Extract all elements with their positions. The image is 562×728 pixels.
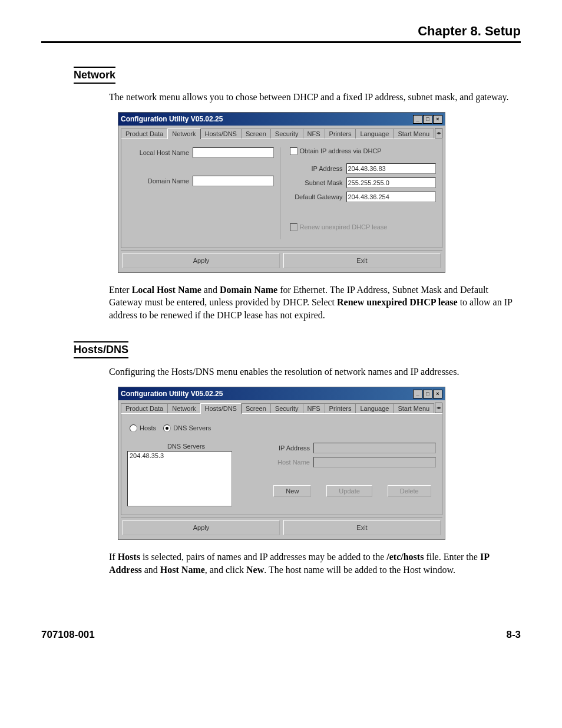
apply-button[interactable]: Apply — [123, 253, 280, 268]
hosts-after-text: If Hosts is selected, pairs of names and… — [109, 551, 515, 576]
network-intro-text: The network menu allows you to chose bet… — [109, 91, 515, 104]
tab-nfs[interactable]: NFS — [303, 403, 325, 413]
dns-servers-radio-label: DNS Servers — [173, 424, 211, 431]
network-pane: Local Host Name Domain Name Obtain IP ad… — [121, 139, 442, 248]
screenshot-network: Configuration Utility V05.02.25 _□× Prod… — [118, 112, 445, 273]
hosts-radio-label: Hosts — [140, 424, 156, 431]
domain-name-label: Domain Name — [127, 177, 189, 185]
window-controls: _□× — [412, 114, 442, 124]
apply-button[interactable]: Apply — [123, 520, 280, 535]
window-title: Configuration Utility V05.02.25 — [121, 390, 223, 398]
dhcp-checkbox[interactable] — [290, 147, 297, 155]
tab-security[interactable]: Security — [270, 403, 303, 413]
titlebar: Configuration Utility V05.02.25 _□× — [118, 113, 445, 126]
tab-network[interactable]: Network — [167, 403, 200, 413]
tab-nfs[interactable]: NFS — [303, 129, 325, 139]
screenshot-hosts-dns: Configuration Utility V05.02.25 _□× Prod… — [118, 387, 445, 540]
tab-security[interactable]: Security — [270, 129, 303, 139]
ip-address-label: IP Address — [290, 165, 343, 172]
tab-hosts-dns[interactable]: Hosts/DNS — [200, 129, 242, 139]
tab-hosts-dns[interactable]: Hosts/DNS — [200, 403, 242, 414]
dns-servers-radio[interactable]: DNS Servers — [163, 424, 211, 432]
renew-lease-checkbox — [290, 223, 297, 231]
window-controls: _□× — [412, 389, 442, 398]
window-title: Configuration Utility V05.02.25 — [121, 115, 223, 123]
ip-address-field[interactable]: 204.48.36.83 — [346, 163, 437, 174]
hosts-radio[interactable]: Hosts — [130, 424, 156, 432]
local-host-name-label: Local Host Name — [127, 149, 189, 156]
host-name-field — [313, 457, 436, 467]
local-host-name-field[interactable] — [193, 147, 274, 158]
minimize-icon[interactable]: _ — [413, 115, 422, 124]
tab-language[interactable]: Language — [355, 403, 394, 413]
tab-printers[interactable]: Printers — [325, 129, 356, 139]
update-button: Update — [326, 485, 372, 497]
ip-address-field-2[interactable] — [313, 443, 436, 453]
renew-lease-label: Renew unexpired DHCP lease — [300, 223, 388, 230]
list-item[interactable]: 204.48.35.3 — [130, 452, 230, 459]
close-icon[interactable]: × — [433, 390, 442, 398]
network-after-text: Enter Local Host Name and Domain Name fo… — [109, 284, 515, 322]
dhcp-checkbox-label: Obtain IP address via DHCP — [300, 147, 382, 154]
delete-button: Delete — [388, 485, 431, 497]
tab-scroll-icon[interactable]: ◂▸ — [435, 403, 442, 413]
tab-printers[interactable]: Printers — [325, 403, 356, 413]
subnet-mask-field[interactable]: 255.255.255.0 — [346, 177, 437, 188]
hosts-intro-text: Configuring the Hosts/DNS menu enables t… — [109, 365, 515, 378]
doc-number: 707108-001 — [41, 629, 95, 641]
dns-servers-listbox[interactable]: 204.48.35.3 — [127, 451, 232, 506]
subnet-mask-label: Subnet Mask — [290, 179, 343, 186]
page-footer: 707108-001 8-3 — [41, 629, 521, 641]
tab-scroll-icon[interactable]: ◂▸ — [435, 128, 442, 139]
ip-address-label-2: IP Address — [269, 444, 310, 452]
new-button[interactable]: New — [273, 485, 311, 497]
tab-product-data[interactable]: Product Data — [121, 129, 168, 139]
tab-product-data[interactable]: Product Data — [121, 403, 168, 413]
maximize-icon[interactable]: □ — [423, 115, 432, 124]
maximize-icon[interactable]: □ — [423, 390, 432, 398]
tab-language[interactable]: Language — [355, 129, 394, 139]
tab-start-menu[interactable]: Start Menu — [393, 403, 434, 413]
titlebar: Configuration Utility V05.02.25 _□× — [118, 387, 445, 400]
exit-button[interactable]: Exit — [283, 253, 441, 268]
hosts-pane: Hosts DNS Servers DNS Servers 204.48.35.… — [121, 413, 442, 515]
tab-bar: Product Data Network Hosts/DNS Screen Se… — [118, 126, 445, 139]
exit-button[interactable]: Exit — [283, 520, 441, 535]
tab-network[interactable]: Network — [167, 129, 200, 139]
page-number: 8-3 — [506, 629, 521, 641]
chapter-header: Chapter 8. Setup — [41, 24, 521, 43]
section-title-hosts-dns: Hosts/DNS — [74, 341, 128, 358]
default-gateway-field[interactable]: 204.48.36.254 — [346, 192, 437, 202]
tab-screen[interactable]: Screen — [241, 403, 271, 413]
domain-name-field[interactable] — [193, 176, 274, 186]
minimize-icon[interactable]: _ — [413, 390, 422, 398]
default-gateway-label: Default Gateway — [290, 193, 343, 200]
tab-bar: Product Data Network Hosts/DNS Screen Se… — [118, 400, 445, 413]
section-title-network: Network — [74, 67, 115, 84]
host-name-label: Host Name — [269, 459, 310, 466]
close-icon[interactable]: × — [433, 115, 442, 124]
tab-screen[interactable]: Screen — [241, 129, 271, 139]
dns-servers-listbox-label: DNS Servers — [127, 443, 245, 450]
tab-start-menu[interactable]: Start Menu — [393, 129, 434, 139]
